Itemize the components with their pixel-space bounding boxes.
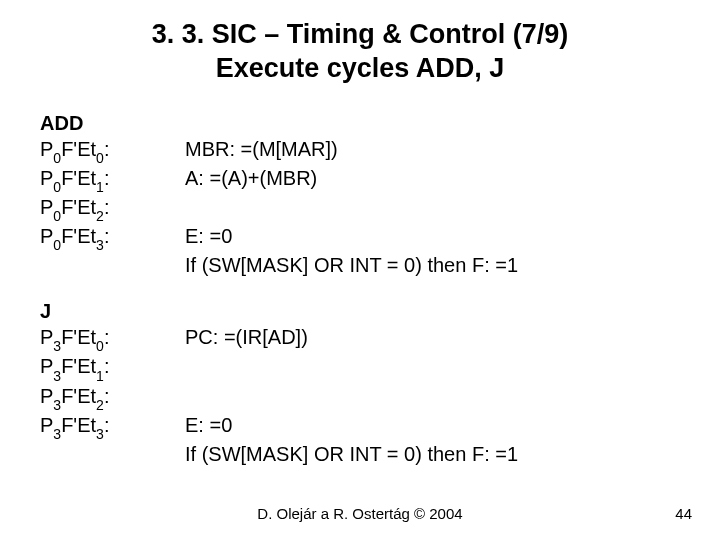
footer-author: D. Olejár a R. Ostertág © 2004 <box>0 505 720 522</box>
j-row-0: P3F'Et0: PC: =(IR[AD]) <box>40 324 680 353</box>
j-label-1: P3F'Et1: <box>40 353 185 382</box>
add-tail: If (SW[MASK] OR INT = 0) then F: =1 <box>185 252 680 278</box>
add-val-3: E: =0 <box>185 223 680 252</box>
j-val-0: PC: =(IR[AD]) <box>185 324 680 353</box>
add-row-1: P0F'Et1: A: =(A)+(MBR) <box>40 165 680 194</box>
j-tail: If (SW[MASK] OR INT = 0) then F: =1 <box>185 441 680 467</box>
add-label-2: P0F'Et2: <box>40 194 185 223</box>
add-label-0: P0F'Et0: <box>40 136 185 165</box>
j-label-3: P3F'Et3: <box>40 412 185 441</box>
add-val-2 <box>185 194 680 223</box>
j-row-1: P3F'Et1: <box>40 353 680 382</box>
add-label-3: P0F'Et3: <box>40 223 185 252</box>
j-row-2: P3F'Et2: <box>40 383 680 412</box>
title-line-1: 3. 3. SIC – Timing & Control (7/9) <box>152 19 569 49</box>
add-label-1: P0F'Et1: <box>40 165 185 194</box>
add-row-2: P0F'Et2: <box>40 194 680 223</box>
title-line-2: Execute cycles ADD, J <box>216 53 505 83</box>
add-tail-row: If (SW[MASK] OR INT = 0) then F: =1 <box>40 252 680 278</box>
j-label-0: P3F'Et0: <box>40 324 185 353</box>
j-val-2 <box>185 383 680 412</box>
add-row-3: P0F'Et3: E: =0 <box>40 223 680 252</box>
j-row-3: P3F'Et3: E: =0 <box>40 412 680 441</box>
add-heading: ADD <box>40 110 680 136</box>
j-heading: J <box>40 298 680 324</box>
add-row-0: P0F'Et0: MBR: =(M[MAR]) <box>40 136 680 165</box>
j-val-1 <box>185 353 680 382</box>
j-tail-row: If (SW[MASK] OR INT = 0) then F: =1 <box>40 441 680 467</box>
page-number: 44 <box>675 505 692 522</box>
add-val-1: A: =(A)+(MBR) <box>185 165 680 194</box>
slide-title: 3. 3. SIC – Timing & Control (7/9) Execu… <box>40 18 680 86</box>
slide: 3. 3. SIC – Timing & Control (7/9) Execu… <box>0 0 720 540</box>
add-val-0: MBR: =(M[MAR]) <box>185 136 680 165</box>
slide-content: ADD P0F'Et0: MBR: =(M[MAR]) P0F'Et1: A: … <box>40 110 680 468</box>
j-val-3: E: =0 <box>185 412 680 441</box>
j-label-2: P3F'Et2: <box>40 383 185 412</box>
